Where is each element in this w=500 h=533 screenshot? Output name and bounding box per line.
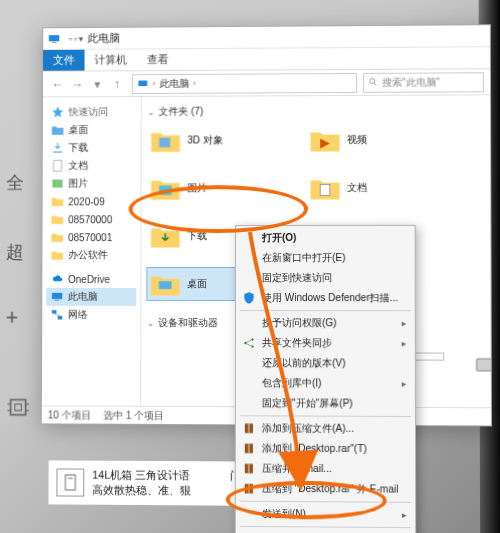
sidebar-item[interactable]: 文档 [47,157,137,175]
sidebar-onedrive[interactable]: OneDrive [46,270,136,288]
sidebar-network[interactable]: 网络 [46,306,136,324]
addressbar: ← → ▾ ↑ › 此电脑 › 搜索"此电脑" [43,69,490,97]
ctx-label: 压缩并 E-mail... [262,462,332,477]
ctx-include-library[interactable]: 包含到库中(I)▸ [236,373,415,394]
svg-point-30 [251,345,253,347]
svg-rect-38 [248,464,249,473]
ctx-add-desktop-rar[interactable]: 添加到 "Desktop.rar"(T) [236,438,415,459]
sidebar-item[interactable]: 办公软件 [46,246,136,264]
svg-rect-25 [159,281,172,289]
nav-forward-button[interactable]: → [69,75,87,93]
chevron-right-icon: ▸ [402,338,407,348]
qat-item[interactable]: ▫ [74,34,77,44]
sidebar: 快速访问 桌面 下载 文档 图片 2020-09 08570000 085700… [42,97,142,406]
search-input[interactable]: 搜索"此电脑" [363,72,484,93]
sidebar-item[interactable]: 2020-09 [47,192,137,210]
address-field[interactable]: › 此电脑 › [132,72,357,93]
tab-computer[interactable]: 计算机 [85,49,137,70]
folder-documents[interactable]: 文档 [307,172,438,204]
ctx-compress-email[interactable]: 压缩并 E-mail... [236,458,415,479]
ctx-add-archive[interactable]: 添加到压缩文件(A)... [236,418,415,439]
ctx-label: 添加到压缩文件(A)... [262,421,354,436]
ctx-label: 在新窗口中打开(E) [262,251,346,265]
thispc-icon [50,290,64,304]
sidebar-item[interactable]: 08570000 [46,210,136,228]
drive-icon [475,351,491,375]
folder-icon [149,174,181,202]
svg-line-12 [374,83,376,85]
qat-dropdown[interactable]: ▾ [79,33,84,43]
folder-3d-objects[interactable]: 3D 对象 [148,124,277,156]
tab-view[interactable]: 查看 [137,49,179,70]
sidebar-label: 此电脑 [68,290,98,304]
folder-label: 文档 [347,181,367,195]
svg-line-31 [246,340,251,342]
chevron-right-icon: ▸ [402,379,407,389]
sidebar-item[interactable]: 桌面 [47,121,137,139]
svg-point-11 [370,78,375,83]
ctx-pin-quick-access[interactable]: 固定到快速访问 [236,268,415,288]
ctx-copy[interactable]: 复制(C) [236,529,415,533]
case-icon [56,468,84,496]
chevron-right-icon: ▸ [402,318,407,328]
ctx-send-to[interactable]: 发送到(N)▸ [236,504,415,525]
sidebar-label: 网络 [68,308,88,322]
ctx-pin-start[interactable]: 固定到"开始"屏幕(P) [236,393,415,414]
archive-icon [242,482,256,496]
sidebar-label: 08570000 [68,214,112,225]
thispc-icon [47,32,61,46]
folders-section-header[interactable]: ⌄ 文件夹 (7) [148,101,484,120]
sidebar-quick-access[interactable]: 快速访问 [47,103,137,121]
svg-rect-17 [55,300,60,301]
sidebar-label: 桌面 [69,123,89,137]
svg-rect-21 [159,138,170,148]
sidebar-label: 2020-09 [68,196,104,207]
ctx-open-new-window[interactable]: 在新窗口中打开(E) [236,248,415,268]
svg-line-20 [54,314,60,316]
sidebar-item[interactable]: 图片 [47,174,137,192]
sidebar-item[interactable]: 下载 [47,139,137,157]
ctx-defender-scan[interactable]: 使用 Windows Defender扫描... [236,288,415,308]
svg-rect-27 [477,359,491,371]
ctx-compress-rar-email[interactable]: 压缩到 "Desktop.rar" 并 E-mail [236,479,415,500]
context-menu: 打开(O) 在新窗口中打开(E) 固定到快速访问 使用 Windows Defe… [235,225,417,533]
card-text: 14L机箱 三角设计语 [92,469,190,482]
sidebar-label: 08570001 [68,232,112,243]
folder-icon [149,222,181,250]
sidebar-item[interactable]: 08570001 [46,228,136,246]
svg-rect-19 [58,316,63,319]
nav-back-button[interactable]: ← [49,75,67,93]
ctx-label: 打开(O) [262,231,296,245]
svg-rect-34 [248,424,249,433]
shield-icon [242,291,256,305]
status-selected: 选中 1 个项目 [103,408,164,422]
folder-videos[interactable]: 视频 [307,124,438,156]
drive-d[interactable]: 本地磁盘 (D:) 872 GB 可用, 共 915 [475,351,491,390]
ctx-separator [240,501,411,503]
folder-icon [309,126,341,154]
svg-rect-9 [52,41,57,42]
svg-rect-24 [320,184,330,195]
search-icon [368,76,378,88]
breadcrumb[interactable]: 此电脑 [159,76,189,90]
sidebar-thispc[interactable]: 此电脑 [46,288,136,306]
archive-icon [242,461,256,475]
section-title: 设备和驱动器 [158,316,218,330]
folder-icon [51,123,65,137]
svg-point-29 [251,338,253,340]
ctx-restore-previous[interactable]: 还原以前的版本(V) [236,353,415,374]
qat-item[interactable]: ▫ [69,34,72,44]
svg-rect-23 [159,185,172,195]
tab-file[interactable]: 文件 [43,50,84,71]
sidebar-label: 办公软件 [68,248,108,262]
sidebar-label: 图片 [68,177,88,191]
titlebar: ▫ ▫ ▾ 此电脑 [43,25,490,50]
ctx-share-sync[interactable]: 共享文件夹同步▸ [236,333,415,353]
ctx-label: 使用 Windows Defender扫描... [262,291,398,305]
nav-up-button[interactable]: ↑ [108,75,126,93]
nav-history-dropdown[interactable]: ▾ [88,75,106,93]
ctx-open[interactable]: 打开(O) [236,228,415,248]
thispc-icon [137,78,149,90]
ctx-give-access[interactable]: 授予访问权限(G)▸ [236,313,415,333]
folder-pictures[interactable]: 图片 [148,172,278,204]
